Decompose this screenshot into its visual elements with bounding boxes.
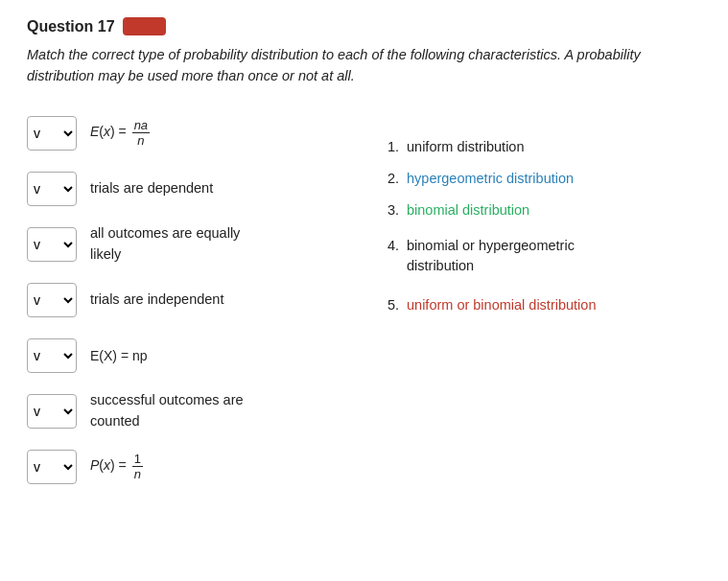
answer-option-5: 5. uniform or binomial distribution [382, 295, 701, 315]
row-7: v 1 2 3 4 5 P(x) = 1 n [27, 442, 382, 492]
right-column: 1. uniform distribution 2. hypergeometri… [382, 108, 701, 498]
answer-label-5: uniform or binomial distribution [407, 295, 596, 315]
answer-label-2: hypergeometric distribution [407, 169, 574, 189]
answer-label-1: uniform distribution [407, 137, 525, 157]
answer-option-3: 3. binomial distribution [382, 200, 701, 221]
dropdown-1[interactable]: v 1 2 3 4 5 [27, 116, 77, 151]
row-6: v 1 2 3 4 5 successful outcomes arecount… [27, 386, 382, 436]
row-1: v 1 2 3 4 5 E(x) = na n [27, 108, 382, 158]
row-5: v 1 2 3 4 5 E(X) = np [27, 331, 382, 381]
answer-option-1: 1. uniform distribution [382, 137, 701, 157]
answer-num-1: 1. [382, 137, 399, 157]
dropdown-2[interactable]: v 1 2 3 4 5 [27, 172, 77, 206]
main-content: v 1 2 3 4 5 E(x) = na n v 1 2 3 [27, 108, 701, 498]
question-badge [123, 17, 166, 35]
dropdown-6[interactable]: v 1 2 3 4 5 [27, 394, 77, 429]
dropdown-3[interactable]: v 1 2 3 4 5 [27, 227, 77, 262]
answer-label-4: binomial or hypergeometricdistribution [407, 236, 575, 276]
dropdown-7[interactable]: v 1 2 3 4 5 [27, 450, 77, 484]
characteristic-3: all outcomes are equallylikely [90, 223, 240, 264]
question-instructions: Match the correct type of probability di… [27, 45, 701, 87]
characteristic-7: P(x) = 1 n [90, 453, 143, 480]
question-title: Question 17 [27, 18, 115, 35]
question-header: Question 17 [27, 17, 701, 35]
dropdown-5[interactable]: v 1 2 3 4 5 [27, 338, 77, 373]
answer-label-3: binomial distribution [407, 200, 529, 221]
characteristic-2: trials are dependent [90, 178, 213, 198]
answer-option-2: 2. hypergeometric distribution [382, 169, 701, 189]
answer-num-2: 2. [382, 169, 399, 189]
answer-option-4: 4. binomial or hypergeometricdistributio… [382, 236, 701, 276]
left-column: v 1 2 3 4 5 E(x) = na n v 1 2 3 [27, 108, 382, 498]
answer-num-4: 4. [382, 236, 399, 256]
row-2: v 1 2 3 4 5 trials are dependent [27, 164, 382, 214]
characteristic-6: successful outcomes arecounted [90, 390, 244, 430]
characteristic-5: E(X) = np [90, 348, 148, 363]
dropdown-4[interactable]: v 1 2 3 4 5 [27, 283, 77, 317]
row-4: v 1 2 3 4 5 trials are independent [27, 275, 382, 325]
characteristic-4: trials are independent [90, 290, 223, 310]
answer-num-3: 3. [382, 200, 399, 221]
answer-num-5: 5. [382, 295, 399, 315]
characteristic-1: E(x) = na n [90, 119, 150, 147]
row-3: v 1 2 3 4 5 all outcomes are equallylike… [27, 220, 382, 269]
